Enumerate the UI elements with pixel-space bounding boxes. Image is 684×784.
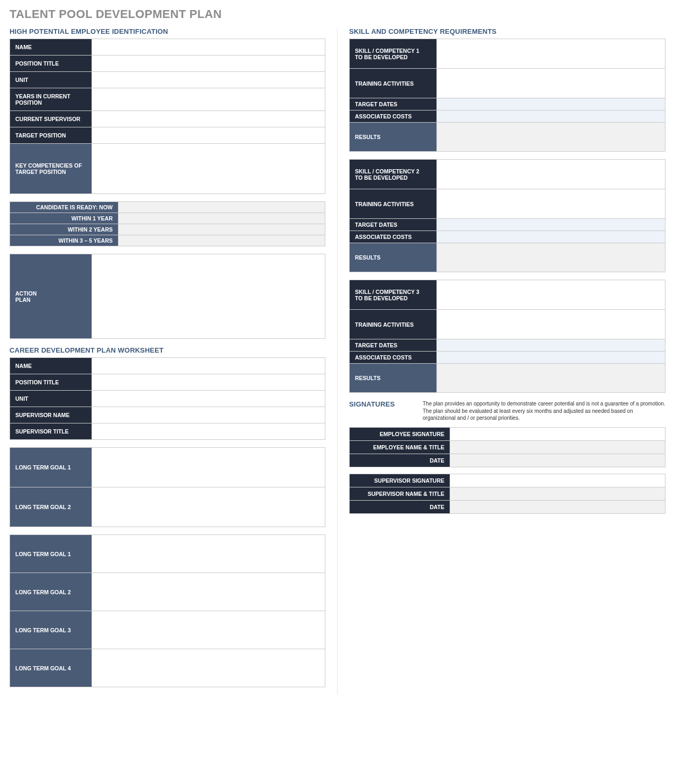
- cdp-name-label: NAME: [10, 358, 92, 374]
- hp-unit-label: UNIT: [10, 72, 92, 88]
- readiness-2y-label: WITHIN 2 YEARS: [10, 224, 118, 235]
- sup-date-label: DATE: [350, 500, 450, 513]
- comp3-dates-input[interactable]: [437, 339, 665, 352]
- readiness-table: CANDIDATE IS READY: NOW WITHIN 1 YEAR WI…: [10, 201, 325, 246]
- hp-supervisor-input[interactable]: [92, 111, 325, 127]
- employee-signature-table: EMPLOYEE SIGNATURE EMPLOYEE NAME & TITLE…: [349, 427, 665, 467]
- readiness-now-label: CANDIDATE IS READY: NOW: [10, 202, 118, 213]
- hp-key-competencies-input[interactable]: [92, 144, 325, 194]
- ltg-b2-input[interactable]: [92, 573, 325, 611]
- comp3-dates-label: TARGET DATES: [350, 339, 437, 352]
- emp-sig-label: EMPLOYEE SIGNATURE: [350, 427, 450, 440]
- comp2-results-input[interactable]: [437, 243, 665, 272]
- hp-key-competencies-label: KEY COMPETENCIES OF TARGET POSITION: [10, 144, 92, 194]
- comp3-training-label: TRAINING ACTIVITIES: [350, 310, 437, 339]
- comp3-costs-label: ASSOCIATED COSTS: [350, 352, 437, 364]
- ltg-b4-input[interactable]: [92, 649, 325, 687]
- cdp-basic-table: NAME POSITION TITLE UNIT SUPERVISOR NAME…: [10, 357, 325, 440]
- ltg-b3-label: LONG TERM GOAL 3: [10, 611, 92, 649]
- comp3-costs-input[interactable]: [437, 352, 665, 364]
- readiness-now-input[interactable]: [118, 202, 325, 213]
- page-title: TALENT POOL DEVELOPMENT PLAN: [10, 7, 674, 21]
- hp-target-position-input[interactable]: [92, 127, 325, 144]
- signatures-header: SIGNATURES The plan provides an opportun…: [349, 400, 665, 422]
- emp-date-label: DATE: [350, 454, 450, 467]
- cdp-position-input[interactable]: [92, 374, 325, 391]
- ltg-table-a: LONG TERM GOAL 1 LONG TERM GOAL 2: [10, 447, 325, 527]
- comp1-title-label: SKILL / COMPETENCY 1TO BE DEVELOPED: [350, 39, 437, 69]
- sup-name-input[interactable]: [450, 487, 665, 500]
- cdp-supervisor-title-label: SUPERVISOR TITLE: [10, 423, 92, 440]
- hp-years-label: YEARS IN CURRENT POSITION: [10, 88, 92, 111]
- ltg-a1-label: LONG TERM GOAL 1: [10, 448, 92, 487]
- hp-unit-input[interactable]: [92, 72, 325, 88]
- comp2-costs-label: ASSOCIATED COSTS: [350, 231, 437, 243]
- action-plan-table: ACTION PLAN: [10, 254, 325, 339]
- comp3-results-input[interactable]: [437, 364, 665, 393]
- readiness-35y-input[interactable]: [118, 235, 325, 246]
- comp2-title-input[interactable]: [437, 160, 665, 189]
- comp1-title-input[interactable]: [437, 39, 665, 69]
- readiness-1y-input[interactable]: [118, 213, 325, 224]
- readiness-35y-label: WITHIN 3 – 5 YEARS: [10, 235, 118, 246]
- competency-1-table: SKILL / COMPETENCY 1TO BE DEVELOPED TRAI…: [349, 39, 665, 152]
- comp1-training-input[interactable]: [437, 69, 665, 98]
- ltg-a2-input[interactable]: [92, 487, 325, 527]
- ltg-b1-input[interactable]: [92, 535, 325, 573]
- cdp-unit-input[interactable]: [92, 391, 325, 407]
- hp-years-input[interactable]: [92, 88, 325, 111]
- sup-sig-label: SUPERVISOR SIGNATURE: [350, 474, 450, 487]
- comp2-dates-label: TARGET DATES: [350, 219, 437, 231]
- comp3-title-input[interactable]: [437, 280, 665, 310]
- left-column: HIGH POTENTIAL EMPLOYEE IDENTIFICATION N…: [10, 27, 338, 695]
- cdp-section-title: CAREER DEVELOPMENT PLAN WORKSHEET: [10, 346, 325, 354]
- comp1-costs-label: ASSOCIATED COSTS: [350, 110, 437, 123]
- comp2-dates-input[interactable]: [437, 219, 665, 231]
- competency-3-table: SKILL / COMPETENCY 3TO BE DEVELOPED TRAI…: [349, 280, 665, 393]
- ltg-table-b: LONG TERM GOAL 1 LONG TERM GOAL 2 LONG T…: [10, 534, 325, 687]
- comp2-title-label: SKILL / COMPETENCY 2TO BE DEVELOPED: [350, 160, 437, 189]
- comp1-training-label: TRAINING ACTIVITIES: [350, 69, 437, 98]
- comp2-costs-input[interactable]: [437, 231, 665, 243]
- sup-date-input[interactable]: [450, 500, 665, 513]
- columns-container: HIGH POTENTIAL EMPLOYEE IDENTIFICATION N…: [10, 27, 674, 695]
- supervisor-signature-table: SUPERVISOR SIGNATURE SUPERVISOR NAME & T…: [349, 474, 665, 514]
- action-plan-input[interactable]: [92, 254, 325, 339]
- emp-sig-input[interactable]: [450, 427, 665, 440]
- comp1-costs-input[interactable]: [437, 110, 665, 123]
- cdp-supervisor-title-input[interactable]: [92, 423, 325, 440]
- hp-position-label: POSITION TITLE: [10, 56, 92, 72]
- readiness-2y-input[interactable]: [118, 224, 325, 235]
- cdp-position-label: POSITION TITLE: [10, 374, 92, 391]
- skill-section-title: SKILL AND COMPETENCY REQUIREMENTS: [349, 27, 665, 35]
- signatures-note: The plan provides an opportunity to demo…: [423, 400, 665, 422]
- cdp-name-input[interactable]: [92, 358, 325, 374]
- emp-date-input[interactable]: [450, 454, 665, 467]
- ltg-b4-label: LONG TERM GOAL 4: [10, 649, 92, 687]
- comp2-training-label: TRAINING ACTIVITIES: [350, 189, 437, 219]
- sup-sig-input[interactable]: [450, 474, 665, 487]
- emp-name-label: EMPLOYEE NAME & TITLE: [350, 440, 450, 454]
- hp-position-input[interactable]: [92, 56, 325, 72]
- hp-identification-table: NAME POSITION TITLE UNIT YEARS IN CURREN…: [10, 39, 325, 194]
- comp3-title-label: SKILL / COMPETENCY 3TO BE DEVELOPED: [350, 280, 437, 310]
- comp1-results-input[interactable]: [437, 123, 665, 152]
- ltg-a2-label: LONG TERM GOAL 2: [10, 487, 92, 527]
- comp1-results-label: RESULTS: [350, 123, 437, 152]
- comp2-results-label: RESULTS: [350, 243, 437, 272]
- hp-name-label: NAME: [10, 39, 92, 56]
- ltg-b2-label: LONG TERM GOAL 2: [10, 573, 92, 611]
- hp-section-title: HIGH POTENTIAL EMPLOYEE IDENTIFICATION: [10, 27, 325, 35]
- cdp-unit-label: UNIT: [10, 391, 92, 407]
- ltg-b1-label: LONG TERM GOAL 1: [10, 535, 92, 573]
- comp2-training-input[interactable]: [437, 189, 665, 219]
- sup-name-label: SUPERVISOR NAME & TITLE: [350, 487, 450, 500]
- comp3-training-input[interactable]: [437, 310, 665, 339]
- signatures-title: SIGNATURES: [349, 400, 415, 422]
- ltg-a1-input[interactable]: [92, 448, 325, 487]
- emp-name-input[interactable]: [450, 440, 665, 454]
- hp-name-input[interactable]: [92, 39, 325, 56]
- cdp-supervisor-name-input[interactable]: [92, 407, 325, 423]
- comp1-dates-input[interactable]: [437, 98, 665, 110]
- ltg-b3-input[interactable]: [92, 611, 325, 649]
